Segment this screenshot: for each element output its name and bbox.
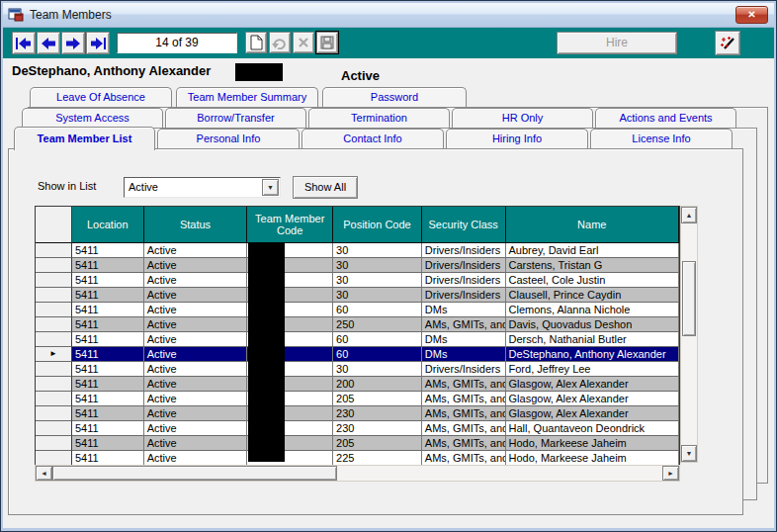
row-selector-cell[interactable] (36, 288, 72, 303)
scroll-left-button[interactable]: ◄ (36, 466, 52, 481)
wizard-button[interactable] (715, 31, 740, 55)
cell-location: 5411 (72, 406, 144, 421)
cell-location: 5411 (72, 377, 144, 392)
cell-position-code: 230 (333, 406, 422, 421)
row-selector-cell[interactable] (36, 436, 72, 451)
scroll-up-button[interactable]: ▲ (681, 207, 697, 223)
tab-hiring-info[interactable]: Hiring Info (446, 129, 588, 148)
record-counter-box[interactable]: 14 of 39 (117, 33, 237, 53)
cell-position-code: 60 (333, 347, 422, 362)
row-selector-cell[interactable] (36, 258, 72, 273)
cell-position-code: 250 (333, 317, 422, 332)
cell-position-code: 60 (333, 303, 422, 317)
table-row[interactable]: 5411Active30Drivers/InsidersCasteel, Col… (36, 273, 679, 288)
cell-name: Aubrey, David Earl (506, 243, 679, 258)
table-row[interactable]: 5411Active30Drivers/InsidersFord, Jeffre… (36, 362, 679, 377)
table-row[interactable]: 5411Active30Drivers/InsidersAubrey, Davi… (36, 243, 679, 258)
grid-header-security-class: Security Class (422, 207, 506, 243)
next-record-button[interactable] (61, 32, 85, 54)
show-all-button[interactable]: Show All (293, 176, 358, 199)
cell-security-class: DMs (422, 332, 506, 347)
cell-position-code: 30 (333, 243, 422, 258)
tab-actions-and-events[interactable]: Actions and Events (595, 108, 736, 128)
horizontal-scroll-thumb[interactable] (52, 466, 337, 481)
table-row[interactable]: 5411Active60DMsClemons, Alanna Nichole (36, 303, 679, 317)
cell-security-class: AMs, GMITs, and S (422, 451, 506, 466)
tab-borrow-transfer[interactable]: Borrow/Transfer (165, 108, 306, 128)
table-row[interactable]: 5411Active60DMsDersch, Nathanial Butler (36, 332, 679, 347)
cell-name: Carstens, Tristan G (506, 258, 679, 273)
cell-position-code: 225 (333, 451, 422, 466)
row-selector-cell[interactable] (36, 317, 72, 332)
delete-x-icon (298, 37, 309, 48)
close-button[interactable]: ✕ (735, 6, 768, 24)
tab-password[interactable]: Password (322, 87, 467, 107)
grid-vertical-scrollbar[interactable]: ▲ ▼ (680, 206, 698, 463)
hire-button[interactable]: Hire (557, 32, 677, 54)
row-selector-cell[interactable] (36, 451, 72, 466)
cell-position-code: 200 (333, 377, 422, 392)
team-member-grid: LocationStatusTeam Member CodePosition C… (35, 206, 680, 465)
row-selector-cell[interactable] (36, 303, 72, 317)
row-selector-cell[interactable] (36, 392, 72, 406)
table-row[interactable]: 5411Active30Drivers/InsidersCarstens, Tr… (36, 258, 679, 273)
tab-contact-info[interactable]: Contact Info (302, 129, 444, 148)
tab-hr-only[interactable]: HR Only (452, 108, 593, 128)
table-row[interactable]: 5411Active205AMs, GMITs, and SHodo, Mark… (36, 436, 679, 451)
table-row[interactable]: ►5411Active60DMsDeStephano, Anthony Alex… (36, 347, 679, 362)
vertical-scroll-thumb[interactable] (682, 261, 696, 336)
cell-name: Dersch, Nathanial Butler (506, 332, 679, 347)
table-row[interactable]: 5411Active205AMs, GMITs, and SGlasgow, A… (36, 392, 679, 406)
row-selector-cell[interactable] (36, 377, 72, 392)
cell-name: Clemons, Alanna Nichole (506, 303, 679, 317)
cell-name: Hodo, Markeese Jaheim (506, 436, 679, 451)
cell-security-class: DMs (422, 303, 506, 317)
tab-team-member-summary[interactable]: Team Member Summary (176, 87, 318, 107)
tab-personal-info[interactable]: Personal Info (157, 129, 300, 148)
table-row[interactable]: 5411Active250AMs, GMITs, and SDavis, Quo… (36, 317, 679, 332)
cell-name: Glasgow, Alex Alexander (506, 392, 679, 406)
row-selector-cell[interactable] (36, 421, 72, 436)
table-row[interactable]: 5411Active200AMs, GMITs, and SGlasgow, A… (36, 377, 679, 392)
new-record-button[interactable] (245, 32, 267, 53)
tab-leave-of-absence[interactable]: Leave Of Absence (30, 87, 172, 107)
save-floppy-icon (320, 36, 334, 49)
table-row[interactable]: 5411Active230AMs, GMITs, and SGlasgow, A… (36, 406, 679, 421)
cell-location: 5411 (72, 258, 144, 273)
tab-license-info[interactable]: License Info (590, 129, 733, 148)
first-record-button[interactable] (12, 32, 36, 54)
delete-record-button[interactable] (293, 32, 314, 53)
grid-horizontal-scrollbar[interactable]: ◄ ► (35, 465, 680, 482)
cell-name: Clausell, Prince Caydin (506, 288, 679, 303)
scroll-right-button[interactable]: ► (662, 466, 679, 481)
cell-status: Active (144, 451, 248, 466)
cell-location: 5411 (72, 317, 144, 332)
cell-position-code: 30 (333, 273, 422, 288)
table-row[interactable]: 5411Active30Drivers/InsidersClausell, Pr… (36, 288, 679, 303)
tab-team-member-list[interactable]: Team Member List (14, 127, 155, 150)
grid-header-location: Location (72, 207, 144, 243)
previous-record-button[interactable] (37, 32, 60, 54)
undo-button[interactable] (269, 32, 291, 53)
row-pointer-icon[interactable]: ► (36, 347, 72, 362)
row-selector-cell[interactable] (36, 273, 72, 288)
last-record-button[interactable] (86, 32, 110, 54)
scroll-down-button[interactable]: ▼ (681, 445, 697, 462)
save-record-button[interactable] (316, 32, 338, 53)
cell-status: Active (144, 436, 248, 451)
chevron-down-icon[interactable]: ▼ (262, 179, 279, 196)
cell-security-class: DMs (422, 347, 506, 362)
row-selector-cell[interactable] (36, 243, 72, 258)
row-selector-cell[interactable] (36, 406, 72, 421)
cell-status: Active (144, 421, 248, 436)
row-selector-cell[interactable] (36, 332, 72, 347)
row-selector-cell[interactable] (36, 362, 72, 377)
show-in-list-dropdown[interactable]: Active ▼ (124, 177, 281, 198)
window-title: Team Members (30, 8, 112, 22)
tab-termination[interactable]: Termination (308, 108, 450, 128)
cell-status: Active (144, 243, 248, 258)
cell-name: Hodo, Markeese Jaheim (506, 451, 679, 466)
table-row[interactable]: 5411Active230AMs, GMITs, and SHall, Quan… (36, 421, 679, 436)
tab-system-access[interactable]: System Access (22, 108, 163, 128)
table-row[interactable]: 5411Active225AMs, GMITs, and SHodo, Mark… (36, 451, 679, 466)
